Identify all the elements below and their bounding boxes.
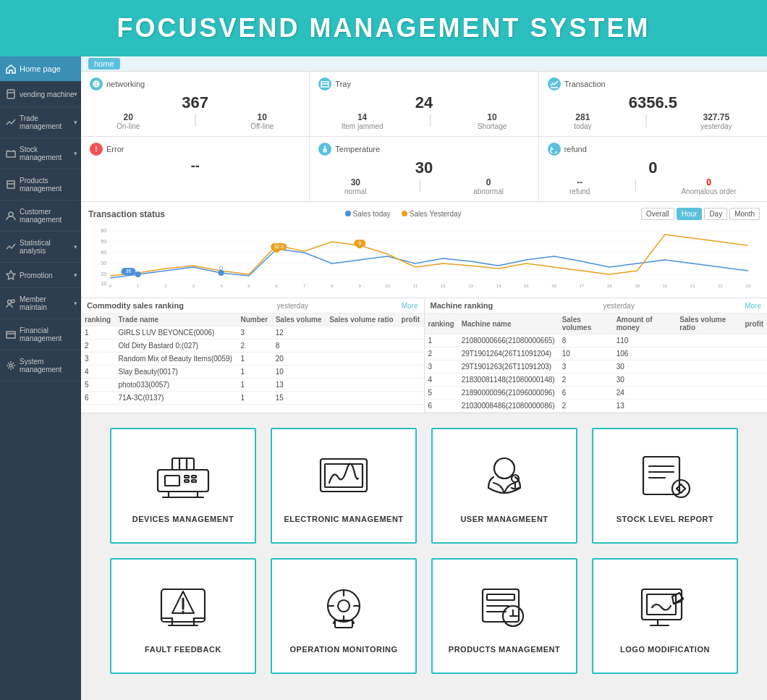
sidebar-item-stats[interactable]: Statistical analysis ▾ [0,232,81,263]
breadcrumb-home[interactable]: home [88,58,120,69]
transaction-icon [548,77,561,90]
sidebar-item-label: Stock management [20,146,75,161]
table-row: 2Old Dirty Bastard 0:(027)28 [81,340,424,353]
sidebar-item-vending[interactable]: vending machine ▾ [0,82,81,107]
icon-grid-row-1: DEVICES MANAGEMENT ELECTRONIC MANAGEMENT [110,428,738,544]
table-row: 671A-3C(0137)115 [81,392,424,405]
tab-day[interactable]: Day [704,208,727,220]
table-row: 421830081148(21080000148)230 [425,374,768,387]
chart-header: Transaction status Sales today Sales Yes… [88,208,760,220]
table-row: 5photo033(0057)113 [81,379,424,392]
fault-feedback-label: FAULT FEEDBACK [145,645,221,654]
machine-table-body: 121080000666(21080000665)8110229T1901264… [425,334,768,413]
promo-icon [6,270,16,280]
divider: | [418,177,422,195]
stat-temperature: Temperature 30 30 normal | 0 abnormal [310,137,538,201]
svg-text:1: 1 [137,284,140,288]
svg-text:0: 0 [358,240,361,245]
svg-text:5: 5 [247,284,250,288]
svg-text:12: 12 [441,284,446,288]
products-icon [475,578,533,636]
svg-text:6: 6 [276,284,279,288]
icon-grid-section: DEVICES MANAGEMENT ELECTRONIC MANAGEMENT [81,413,767,700]
sidebar-item-customer[interactable]: Customer management [0,201,81,232]
devices-management-card[interactable]: DEVICES MANAGEMENT [110,428,256,544]
sidebar-item-stock[interactable]: Stock management ▾ [0,138,81,169]
svg-rect-69 [192,480,196,482]
chevron-down-icon: ▾ [74,150,77,157]
stat-tray: Tray 24 14 Item jammed | 10 Shortage [310,72,538,136]
commodity-table-title: Commodity sales ranking [87,301,184,310]
svg-text:15: 15 [524,284,529,288]
tab-overall[interactable]: Overall [641,208,674,220]
stats-row-2: ! Error -- Temperature [81,137,767,202]
stats-row-1: networking 367 20 On-line | 10 Off-line [81,72,767,137]
user-icon [475,448,533,506]
logo-modification-label: LOGO MODIFICATION [620,645,710,654]
stock-level-report-card[interactable]: STOCK LEVEL REPORT [592,428,738,544]
chart-section: Transaction status Sales today Sales Yes… [81,202,767,298]
sales-yesterday-legend [402,211,407,216]
app-header: FOCUSVEND MANAGEMENT SYSTEM [0,0,767,56]
svg-rect-68 [192,476,196,478]
tab-hour[interactable]: Hour [677,208,703,220]
table-row: 121080000666(21080000665)8110 [425,334,768,347]
svg-rect-97 [487,594,514,600]
svg-text:7: 7 [303,284,306,288]
commodity-table-title-row: Commodity sales ranking yesterday More [81,298,424,313]
svg-text:2: 2 [164,284,167,288]
user-management-card[interactable]: USER MANAGMEENT [431,428,577,544]
sidebar-item-promo[interactable]: Promotion ▾ [0,263,81,288]
sidebar-item-system[interactable]: System management [0,350,81,381]
stock-icon [6,148,16,159]
stats-icon [6,242,16,252]
table-row: 1GIRLS LUV BEYONCE(0006)312 [81,326,424,340]
tab-month[interactable]: Month [729,208,760,220]
svg-text:21: 21 [690,284,695,288]
sidebar: Home page vending machine ▾ Trade manage… [0,56,81,700]
svg-point-7 [9,212,13,216]
error-icon: ! [90,143,103,156]
chevron-down-icon: ▾ [74,243,77,250]
divider: | [645,112,648,130]
sidebar-item-label: Promotion [20,271,53,279]
operation-monitoring-card[interactable]: OPERATION MONITORING [271,558,417,674]
svg-point-54 [135,271,141,277]
electronic-icon [315,448,373,506]
sidebar-item-trade[interactable]: Trade management ▾ [0,107,81,138]
chevron-down-icon: ▾ [74,300,77,307]
sidebar-item-finance[interactable]: Financial management [0,319,81,350]
table-row: 621030008486(21080000086)213 [425,400,768,413]
product-icon [6,180,16,190]
machine-more-button[interactable]: More [745,302,761,310]
svg-point-81 [672,480,690,497]
svg-text:10: 10 [385,284,390,288]
svg-text:4: 4 [220,284,223,288]
customer-icon [6,211,16,221]
svg-text:11: 11 [413,284,418,288]
commodity-more-button[interactable]: More [402,302,418,310]
sidebar-item-label: Financial management [20,326,75,342]
sidebar-item-label: Home page [20,64,61,73]
fault-feedback-card[interactable]: FAULT FEEDBACK [110,558,256,674]
table-row: 229T1901264(26T11091204)10106 [425,347,768,360]
logo-modification-card[interactable]: LOGO MODIFICATION [592,558,738,674]
sidebar-item-products[interactable]: Products management [0,169,81,201]
table-row: 4Slay Beauty(0017)110 [81,366,424,379]
stock-level-report-label: STOCK LEVEL REPORT [616,515,714,523]
sidebar-item-home[interactable]: Home page [0,56,81,82]
svg-text:23: 23 [745,284,750,288]
svg-point-78 [494,458,514,478]
svg-text:50: 50 [101,239,106,244]
sidebar-item-member[interactable]: Member maintain ▾ [0,288,81,319]
electronic-management-card[interactable]: ELECTRONIC MANAGEMENT [271,428,417,544]
svg-text:22: 22 [718,284,723,288]
user-management-label: USER MANAGMEENT [460,515,548,523]
svg-text:32.8: 32.8 [274,244,284,249]
tray-icon [318,77,331,90]
commodity-table-body: 1GIRLS LUV BEYONCE(0006)3122Old Dirty Ba… [81,326,424,405]
svg-text:36: 36 [126,269,132,274]
home-icon [6,64,16,74]
fault-icon [154,578,212,636]
products-management-card[interactable]: PRODUCTS MANAGEMENT [431,558,577,674]
